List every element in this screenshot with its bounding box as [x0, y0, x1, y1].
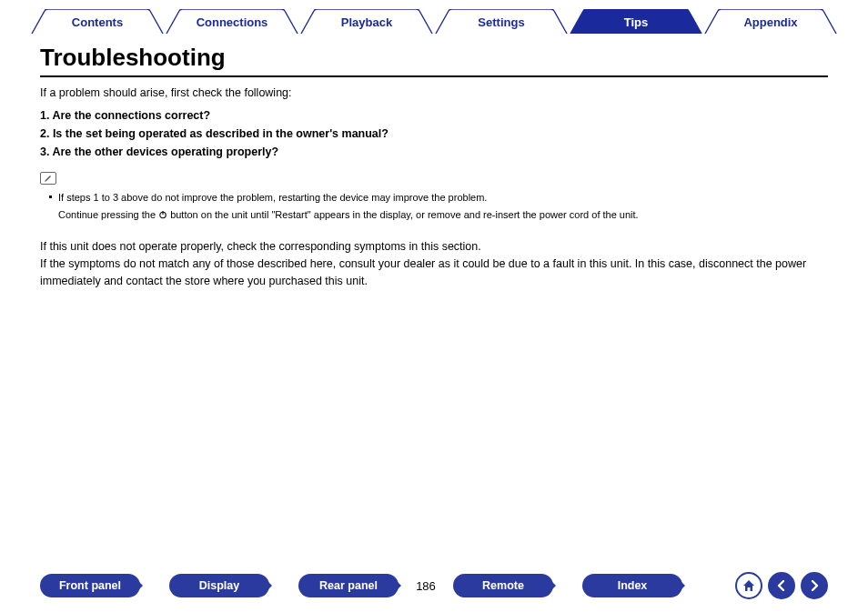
next-page-button[interactable]	[801, 572, 828, 599]
tab-connections[interactable]: Connections	[165, 9, 299, 35]
tab-label: Tips	[624, 15, 649, 29]
pill-label: Index	[618, 579, 648, 592]
tab-appendix[interactable]: Appendix	[703, 9, 838, 35]
tab-label: Playback	[341, 15, 392, 29]
nav-rear-panel[interactable]: Rear panel	[298, 574, 399, 597]
top-tab-bar: Contents Connections Playback Settings T…	[0, 0, 868, 35]
prev-page-button[interactable]	[768, 572, 795, 599]
nav-icon-group	[735, 572, 828, 599]
note-text-a: Continue pressing the	[58, 209, 158, 220]
checklist: 1. Are the connections correct? 2. Is th…	[40, 106, 828, 161]
note-bullet-2: Continue pressing the button on the unit…	[40, 207, 828, 223]
tab-settings[interactable]: Settings	[434, 9, 569, 35]
page-number: 186	[399, 579, 453, 593]
tab-contents[interactable]: Contents	[30, 9, 165, 35]
check-item-1: 1. Are the connections correct?	[40, 106, 828, 125]
nav-remote[interactable]: Remote	[453, 574, 553, 597]
check-item-3: 3. Are the other devices operating prope…	[40, 143, 828, 161]
pill-label: Remote	[482, 579, 524, 592]
tab-label: Appendix	[743, 15, 797, 29]
home-button[interactable]	[735, 572, 762, 599]
note-text-b: button on the unit until "Restart" appea…	[167, 209, 639, 220]
tab-label: Connections	[197, 15, 268, 29]
nav-index[interactable]: Index	[582, 574, 682, 597]
nav-front-panel[interactable]: Front panel	[40, 574, 140, 597]
nav-display[interactable]: Display	[169, 574, 269, 597]
note-bullet-1: If steps 1 to 3 above do not improve the…	[40, 190, 828, 206]
page-content: Troubleshooting If a problem should aris…	[0, 35, 868, 289]
tab-tips[interactable]: Tips	[569, 9, 703, 35]
tab-label: Contents	[72, 15, 123, 29]
pencil-note-icon	[40, 172, 56, 185]
pill-label: Rear panel	[319, 579, 378, 592]
tab-playback[interactable]: Playback	[299, 9, 434, 35]
pill-label: Display	[199, 579, 239, 592]
power-icon	[158, 208, 167, 217]
tab-label: Settings	[478, 15, 524, 29]
body-paragraph-1: If this unit does not operate properly, …	[40, 238, 828, 256]
page-title: Troubleshooting	[40, 44, 828, 77]
body-paragraph-2: If the symptoms do not match any of thos…	[40, 256, 828, 290]
bottom-nav-bar: Front panel Display Rear panel 186 Remot…	[0, 572, 868, 599]
intro-text: If a problem should arise, first check t…	[40, 86, 828, 99]
pill-label: Front panel	[59, 579, 121, 592]
check-item-2: 2. Is the set being operated as describe…	[40, 125, 828, 143]
